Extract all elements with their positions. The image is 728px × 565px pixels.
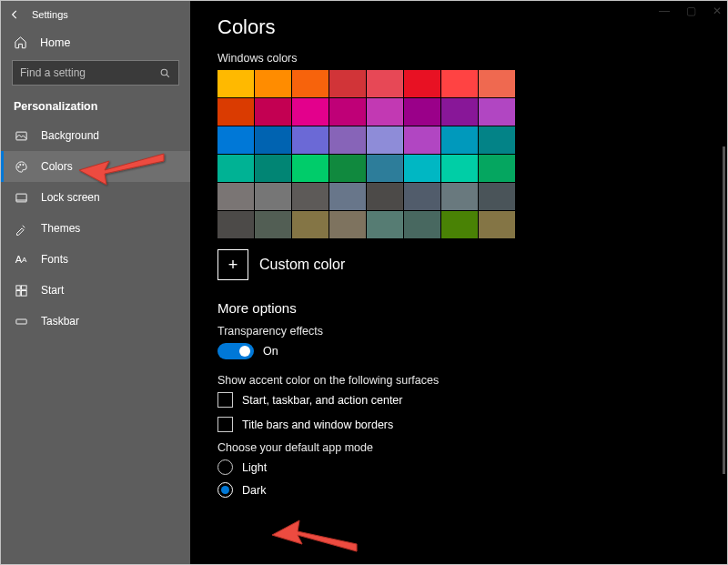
sidebar-item-lock-screen[interactable]: Lock screen	[1, 182, 190, 213]
color-swatch[interactable]	[217, 98, 254, 126]
color-swatch[interactable]	[367, 70, 403, 97]
radio-label: Light	[242, 461, 267, 474]
color-swatch[interactable]	[441, 155, 478, 182]
color-swatch[interactable]	[255, 98, 291, 126]
content-pane: — ▢ ✕ Colors Windows colors + Custom col…	[190, 1, 727, 564]
radio-dark[interactable]: Dark	[217, 482, 727, 498]
color-swatch[interactable]	[404, 98, 440, 126]
color-swatch[interactable]	[329, 211, 366, 238]
color-swatch[interactable]	[479, 126, 515, 154]
sidebar-item-taskbar[interactable]: Taskbar	[1, 306, 190, 337]
color-swatch[interactable]	[404, 211, 440, 238]
theme-icon	[14, 221, 28, 236]
color-palette	[217, 70, 517, 238]
color-swatch[interactable]	[404, 183, 440, 210]
color-swatch[interactable]	[479, 70, 515, 97]
color-swatch[interactable]	[217, 183, 254, 210]
color-swatch[interactable]	[329, 70, 366, 97]
color-swatch[interactable]	[292, 211, 329, 238]
color-swatch[interactable]	[367, 211, 403, 238]
radio-icon	[217, 459, 233, 475]
color-swatch[interactable]	[329, 155, 366, 182]
sidebar-item-start[interactable]: Start	[1, 275, 190, 306]
sidebar-item-background[interactable]: Background	[1, 120, 190, 151]
sidebar-item-label: Fonts	[41, 253, 68, 266]
accent-surfaces-label: Show accent color on the following surfa…	[217, 374, 727, 387]
radio-light[interactable]: Light	[217, 459, 727, 475]
color-swatch[interactable]	[367, 183, 403, 210]
sidebar-item-label: Lock screen	[41, 191, 100, 204]
color-swatch[interactable]	[441, 98, 478, 126]
sidebar-item-label: Taskbar	[41, 315, 79, 328]
sidebar-item-themes[interactable]: Themes	[1, 213, 190, 244]
color-swatch[interactable]	[441, 70, 478, 97]
custom-color-button[interactable]: + Custom color	[217, 249, 727, 280]
color-swatch[interactable]	[292, 155, 329, 182]
palette-icon	[14, 159, 28, 174]
color-swatch[interactable]	[329, 183, 366, 210]
color-swatch[interactable]	[479, 183, 515, 210]
color-swatch[interactable]	[217, 155, 254, 182]
sidebar: Settings Home Find a setting Personaliza…	[1, 1, 190, 564]
maximize-button[interactable]: ▢	[686, 5, 696, 17]
titlebar: Settings	[1, 1, 190, 28]
home-icon	[14, 35, 27, 49]
settings-window: Settings Home Find a setting Personaliza…	[0, 0, 728, 565]
font-icon: AA	[14, 252, 28, 267]
color-swatch[interactable]	[479, 155, 515, 182]
svg-point-3	[19, 164, 20, 165]
sidebar-item-label: Colors	[41, 160, 73, 173]
more-options-heading: More options	[217, 300, 727, 316]
svg-rect-7	[21, 285, 26, 288]
color-swatch[interactable]	[292, 70, 329, 97]
checkbox-start-taskbar[interactable]: Start, taskbar, and action center	[217, 392, 727, 408]
color-swatch[interactable]	[255, 211, 291, 238]
checkbox-title-bars[interactable]: Title bars and window borders	[217, 417, 727, 432]
color-swatch[interactable]	[404, 126, 440, 154]
color-swatch[interactable]	[329, 126, 366, 154]
color-swatch[interactable]	[367, 98, 403, 126]
color-swatch[interactable]	[404, 70, 440, 97]
search-input[interactable]: Find a setting	[12, 60, 179, 86]
color-swatch[interactable]	[217, 126, 254, 154]
color-swatch[interactable]	[255, 70, 291, 97]
color-swatch[interactable]	[479, 211, 515, 238]
scrollbar-thumb[interactable]	[723, 146, 725, 474]
transparency-toggle[interactable]	[217, 343, 254, 359]
color-swatch[interactable]	[292, 183, 329, 210]
app-mode-label: Choose your default app mode	[217, 441, 727, 454]
color-swatch[interactable]	[367, 126, 403, 154]
color-swatch[interactable]	[441, 211, 478, 238]
nav-list: Background Colors Lock screen Themes	[1, 120, 190, 337]
transparency-label: Transparency effects	[217, 325, 727, 338]
color-swatch[interactable]	[255, 183, 291, 210]
color-swatch[interactable]	[329, 98, 366, 126]
color-swatch[interactable]	[441, 183, 478, 210]
taskbar-icon	[14, 314, 28, 328]
svg-rect-5	[15, 194, 25, 202]
palette-label: Windows colors	[217, 52, 727, 65]
color-swatch[interactable]	[404, 155, 440, 182]
home-link[interactable]: Home	[1, 28, 190, 56]
close-button[interactable]: ✕	[713, 5, 722, 17]
color-swatch[interactable]	[292, 98, 329, 126]
color-swatch[interactable]	[479, 98, 515, 126]
color-swatch[interactable]	[255, 155, 291, 182]
radio-icon-selected	[217, 482, 233, 498]
page-title: Colors	[217, 15, 727, 39]
color-swatch[interactable]	[441, 126, 478, 154]
svg-point-4	[22, 164, 23, 165]
checkbox-label: Start, taskbar, and action center	[242, 394, 403, 407]
custom-color-label: Custom color	[259, 257, 345, 273]
minimize-button[interactable]: —	[659, 5, 670, 17]
window-title: Settings	[32, 9, 68, 20]
sidebar-item-fonts[interactable]: AA Fonts	[1, 244, 190, 275]
sidebar-item-colors[interactable]: Colors	[1, 151, 190, 182]
back-icon[interactable]	[8, 8, 21, 21]
color-swatch[interactable]	[367, 155, 403, 182]
color-swatch[interactable]	[217, 211, 254, 238]
color-swatch[interactable]	[292, 126, 329, 154]
color-swatch[interactable]	[217, 70, 254, 97]
checkbox-icon	[217, 417, 233, 432]
color-swatch[interactable]	[255, 126, 291, 154]
